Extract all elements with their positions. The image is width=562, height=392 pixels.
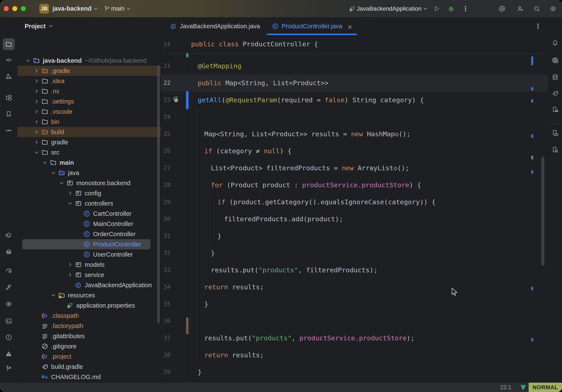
chevron-right-icon[interactable] bbox=[33, 98, 40, 105]
code-line-23[interactable]: 23getAll(@RequestParam(required = false)… bbox=[161, 91, 548, 108]
error-stripe-marker[interactable] bbox=[531, 338, 533, 341]
tool-gradle-button[interactable] bbox=[549, 87, 561, 99]
tool-project-folder-button[interactable] bbox=[3, 38, 15, 50]
chevron-down-icon[interactable] bbox=[50, 292, 57, 299]
run-configuration[interactable]: JavaBackendApplication bbox=[348, 0, 429, 17]
debug-button[interactable] bbox=[446, 4, 456, 14]
add-user-button[interactable] bbox=[515, 4, 526, 14]
tool-services-button[interactable] bbox=[3, 298, 15, 310]
code-line-39[interactable]: 39} bbox=[161, 364, 548, 380]
code-line-29[interactable]: 29if (product.getCategory().equalsIgnore… bbox=[161, 193, 548, 211]
settings-button[interactable] bbox=[548, 4, 558, 14]
code-line-38[interactable]: 38return results; bbox=[161, 346, 548, 364]
project-tree-scrollbar[interactable] bbox=[157, 65, 160, 323]
tool-more-button[interactable] bbox=[3, 125, 15, 136]
tree-item-.nx[interactable]: .nx bbox=[17, 86, 161, 96]
endpoint-gutter-icon[interactable] bbox=[172, 96, 180, 104]
tool-ai-assistant-button[interactable] bbox=[549, 54, 561, 66]
chevron-right-icon[interactable] bbox=[67, 261, 74, 268]
git-change-marker[interactable] bbox=[186, 91, 188, 109]
chevron-right-icon[interactable] bbox=[33, 77, 40, 85]
close-tab-button[interactable] bbox=[346, 24, 352, 29]
tree-item-.project[interactable]: .project bbox=[17, 351, 161, 362]
code-line-34[interactable]: 34return results; bbox=[161, 278, 548, 296]
tree-item-.vscode[interactable]: .vscode bbox=[17, 107, 161, 117]
chevron-right-icon[interactable] bbox=[33, 108, 40, 115]
chevron-down-icon[interactable] bbox=[33, 149, 40, 156]
tree-item-config[interactable]: config bbox=[17, 188, 161, 198]
chevron-right-icon[interactable] bbox=[67, 271, 74, 278]
vim-mode-badge[interactable]: NORMAL bbox=[529, 383, 562, 392]
tree-item-service[interactable]: service bbox=[17, 270, 161, 280]
tree-item-CartController[interactable]: CCartController bbox=[17, 209, 161, 219]
code-line-37[interactable]: 37results.put("products", productService… bbox=[161, 330, 548, 346]
tree-item-UserController[interactable]: CUserController bbox=[17, 249, 161, 260]
close-window-button[interactable] bbox=[4, 6, 9, 11]
sticky-line[interactable]: 14public class ProductController { bbox=[161, 35, 548, 53]
chevron-right-icon[interactable] bbox=[33, 67, 40, 74]
code-line-25[interactable]: 25Map<String, List<Product>> results = n… bbox=[161, 125, 548, 143]
project-panel-header[interactable]: Project bbox=[17, 17, 161, 35]
project-widget[interactable]: JB java-backend bbox=[39, 0, 100, 17]
chevron-right-icon[interactable] bbox=[33, 118, 40, 125]
tool-device-manager-button[interactable] bbox=[549, 104, 561, 116]
branch-widget[interactable]: main bbox=[103, 0, 133, 17]
tool-hierarchy-button[interactable] bbox=[3, 92, 15, 104]
tool-problems-button[interactable] bbox=[3, 332, 15, 343]
tree-item-JavaBackendApplication[interactable]: CJavaBackendApplication bbox=[17, 280, 161, 290]
tree-item-monostore.backend[interactable]: monostore.backend bbox=[17, 178, 161, 188]
chevron-down-icon[interactable] bbox=[24, 57, 32, 64]
error-stripe-marker[interactable] bbox=[531, 287, 533, 290]
tree-item-build.gradle[interactable]: build.gradle bbox=[17, 362, 161, 372]
code-line-26[interactable]: 26if (category ≠ null) { bbox=[161, 143, 548, 159]
tool-build-button[interactable] bbox=[3, 281, 15, 293]
ai-mention-button[interactable] bbox=[497, 4, 507, 14]
editor-tab-ProductController.java[interactable]: CProductController.java bbox=[266, 17, 358, 35]
chevron-down-icon[interactable] bbox=[41, 159, 48, 166]
tree-item-.idea[interactable]: .idea bbox=[17, 76, 161, 86]
code-line-24[interactable]: 24 bbox=[161, 108, 548, 125]
chevron-down-icon[interactable] bbox=[67, 200, 74, 207]
tool-profiler-button[interactable] bbox=[3, 264, 15, 276]
caret-position[interactable]: 22:1 bbox=[500, 383, 511, 392]
run-button[interactable] bbox=[432, 4, 442, 14]
editor-tab-JavaBackendApplication.java[interactable]: CJavaBackendApplication.java bbox=[164, 17, 266, 35]
error-stripe-marker[interactable] bbox=[531, 56, 533, 65]
code-line-22[interactable]: 22public Map<String, List<Product>> bbox=[161, 74, 548, 91]
code-line-27[interactable]: 27List<Product> filteredProducts = new A… bbox=[161, 159, 548, 177]
chevron-right-icon[interactable] bbox=[33, 139, 40, 146]
tool-notifications-warning-button[interactable] bbox=[3, 348, 15, 360]
tree-item-src[interactable]: src bbox=[17, 147, 161, 157]
code-editor[interactable]: 14public class ProductController {21@Get… bbox=[161, 35, 548, 383]
code-line-31[interactable]: 31} bbox=[161, 227, 548, 244]
tree-item-.settings[interactable]: .settings bbox=[17, 96, 161, 107]
search-everywhere-button[interactable] bbox=[532, 4, 542, 14]
tree-item-java-backend[interactable]: java-backend~/Github/java-backend bbox=[17, 56, 161, 66]
tree-item-build[interactable]: build bbox=[17, 127, 161, 137]
tool-structure-button[interactable] bbox=[3, 70, 15, 82]
tool-copilot-button[interactable] bbox=[3, 230, 15, 241]
tool-bookmarks-button[interactable] bbox=[3, 108, 15, 120]
tree-item-resources[interactable]: resources bbox=[17, 290, 161, 300]
minimize-window-button[interactable] bbox=[12, 6, 17, 11]
code-line-32[interactable]: 32} bbox=[161, 244, 548, 261]
code-line-35[interactable]: 35} bbox=[161, 296, 548, 312]
error-stripe-marker[interactable] bbox=[531, 156, 533, 159]
code-line-21[interactable]: 21@GetMapping bbox=[161, 57, 548, 74]
tree-item-bin[interactable]: bin bbox=[17, 117, 161, 127]
zoom-window-button[interactable] bbox=[21, 6, 26, 11]
error-stripe-marker[interactable] bbox=[531, 170, 533, 174]
tool-running-devices-button[interactable] bbox=[549, 127, 561, 139]
tool-incognito-button[interactable] bbox=[3, 246, 15, 258]
chevron-right-icon[interactable] bbox=[33, 88, 40, 95]
tree-item-.gitignore[interactable]: .gitignore bbox=[17, 341, 161, 351]
tool-notifications-bell-button[interactable] bbox=[549, 37, 561, 49]
error-stripe-marker[interactable] bbox=[531, 87, 533, 91]
more-actions-button[interactable] bbox=[460, 4, 471, 14]
tree-item-java[interactable]: java bbox=[17, 168, 161, 178]
tool-version-control-button[interactable] bbox=[3, 363, 15, 375]
error-stripe-marker[interactable] bbox=[531, 99, 533, 103]
chevron-right-icon[interactable] bbox=[33, 128, 40, 136]
tree-item-.classpath[interactable]: .classpath bbox=[17, 310, 161, 321]
tree-item-MainController[interactable]: CMainController bbox=[17, 219, 161, 229]
